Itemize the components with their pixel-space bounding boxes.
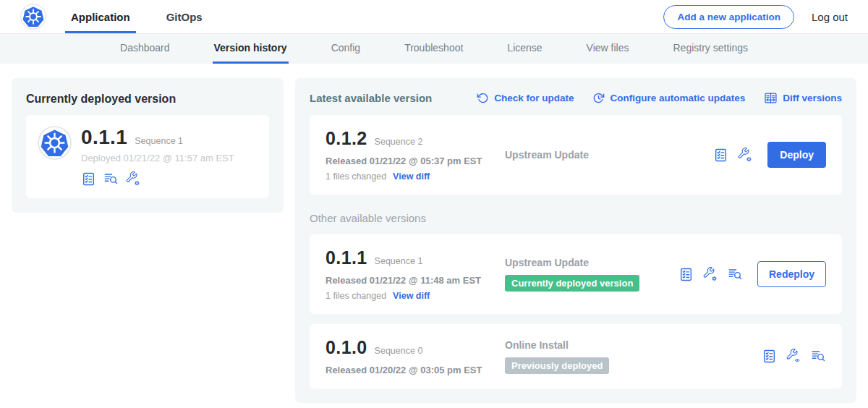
files-changed-label: 1 files changed <box>326 291 386 301</box>
version-source-label: Upstream Update <box>505 257 678 268</box>
redeploy-button[interactable]: Redeploy <box>757 261 826 287</box>
released-timestamp: Released 01/21/22 @ 11:48 am EST <box>326 275 505 286</box>
tab-application[interactable]: Application <box>65 2 136 33</box>
top-nav-right: Add a new application Log out <box>663 0 851 33</box>
tab-dashboard[interactable]: Dashboard <box>119 34 171 64</box>
deployed-timestamp: Deployed 01/21/22 @ 11:57 am EST <box>81 153 234 163</box>
tab-version-history[interactable]: Version history <box>213 34 289 64</box>
deployed-version-card: 0.1.1 Sequence 1 Deployed 01/21/22 @ 11:… <box>26 115 269 198</box>
currently-deployed-badge: Currently deployed version <box>505 275 639 292</box>
deploy-button[interactable]: Deploy <box>767 142 826 168</box>
version-card-0-1-1: 0.1.1 Sequence 1 Released 01/21/22 @ 11:… <box>310 234 842 314</box>
deploy-logs-icon[interactable] <box>728 267 743 282</box>
preflight-checklist-icon[interactable] <box>713 148 728 163</box>
previously-deployed-badge: Previously deployed <box>505 357 609 374</box>
config-wrench-gear-icon[interactable] <box>126 171 141 187</box>
configure-automatic-updates-label: Configure automatic updates <box>610 93 745 103</box>
sequence-label: Sequence 1 <box>375 256 423 266</box>
kubernetes-app-icon <box>38 126 72 160</box>
preflight-checklist-icon[interactable] <box>678 267 694 282</box>
released-timestamp: Released 01/20/22 @ 03:05 pm EST <box>326 365 505 375</box>
view-diff-link[interactable]: View diff <box>393 291 430 301</box>
main-content: Currently deployed version 0.1.1 Sequenc… <box>0 64 868 408</box>
check-for-update-label: Check for update <box>494 93 574 103</box>
deployed-version-number: 0.1.1 <box>81 126 127 149</box>
currently-deployed-title: Currently deployed version <box>26 90 269 106</box>
version-card-0-1-0: 0.1.0 Sequence 0 Released 01/20/22 @ 03:… <box>310 324 842 388</box>
check-for-update-link[interactable]: Check for update <box>477 92 574 104</box>
top-nav: Application GitOps Add a new application… <box>0 0 868 34</box>
tab-license[interactable]: License <box>506 34 543 64</box>
view-diff-link[interactable]: View diff <box>393 171 430 182</box>
latest-available-title: Latest available version <box>310 92 432 104</box>
sequence-label: Sequence 0 <box>375 346 423 356</box>
tab-view-files[interactable]: View files <box>585 34 631 64</box>
logout-button[interactable]: Log out <box>812 11 848 23</box>
deploy-logs-icon[interactable] <box>811 349 826 364</box>
config-wrench-gear-icon[interactable] <box>738 148 753 163</box>
config-wrench-gear-icon[interactable] <box>703 267 718 282</box>
tab-troubleshoot[interactable]: Troubleshoot <box>403 34 464 64</box>
files-changed-label: 1 files changed <box>326 171 386 182</box>
tab-config[interactable]: Config <box>330 34 362 64</box>
currently-deployed-panel: Currently deployed version 0.1.1 Sequenc… <box>12 78 284 213</box>
version-number: 0.1.2 <box>326 128 367 149</box>
diff-versions-label: Diff versions <box>783 93 842 103</box>
version-number: 0.1.0 <box>326 337 367 358</box>
version-card-0-1-2: 0.1.2 Sequence 2 Released 01/21/22 @ 05:… <box>310 115 842 195</box>
config-wrench-eye-icon[interactable] <box>786 349 801 364</box>
tab-gitops[interactable]: GitOps <box>161 2 208 33</box>
configure-automatic-updates-link[interactable]: Configure automatic updates <box>592 92 745 104</box>
app-nav-tabs: Application GitOps <box>65 0 208 33</box>
add-application-button[interactable]: Add a new application <box>663 5 794 29</box>
clock-refresh-icon <box>592 92 605 104</box>
refresh-icon <box>477 92 489 104</box>
available-versions-panel: Latest available version Check for updat… <box>295 78 856 403</box>
deploy-logs-icon[interactable] <box>103 171 119 187</box>
diff-versions-link[interactable]: Diff versions <box>764 91 842 105</box>
other-available-versions-title: Other available versions <box>310 212 842 224</box>
preflight-checklist-icon[interactable] <box>81 171 96 187</box>
preflight-checklist-icon[interactable] <box>762 349 777 364</box>
app-sub-nav: Dashboard Version history Config Trouble… <box>0 34 868 64</box>
version-source-label: Upstream Update <box>505 149 713 161</box>
diff-icon <box>764 91 778 105</box>
kubernetes-logo-icon <box>20 4 46 30</box>
released-timestamp: Released 01/21/22 @ 05:37 pm EST <box>326 156 505 166</box>
version-source-label: Online Install <box>505 339 762 351</box>
tab-registry-settings[interactable]: Registry settings <box>672 34 749 64</box>
sequence-label: Sequence 2 <box>375 137 423 147</box>
version-number: 0.1.1 <box>326 247 367 268</box>
deployed-sequence-label: Sequence 1 <box>135 136 183 146</box>
